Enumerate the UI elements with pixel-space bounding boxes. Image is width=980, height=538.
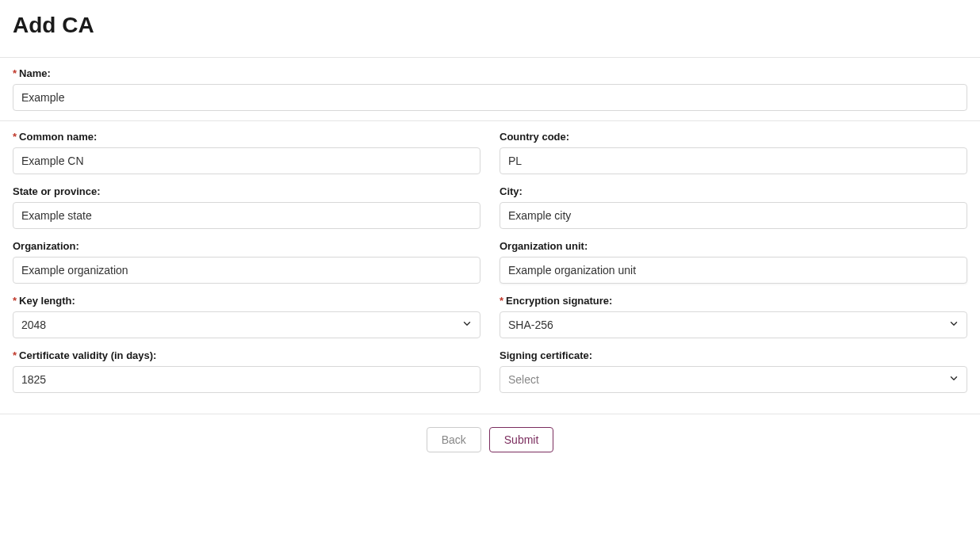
cert-validity-label-text: Certificate validity (in days):: [19, 349, 156, 361]
signing-cert-select[interactable]: Select: [500, 366, 967, 393]
common-name-label: *Common name:: [13, 131, 480, 143]
common-name-input[interactable]: [13, 147, 480, 174]
enc-sig-label: *Encryption signature:: [500, 295, 967, 307]
city-label: City:: [500, 185, 967, 197]
required-star: *: [500, 295, 503, 307]
key-length-label-text: Key length:: [19, 295, 75, 307]
required-star: *: [13, 349, 17, 361]
key-length-label: *Key length:: [13, 295, 480, 307]
back-button[interactable]: Back: [427, 427, 481, 452]
org-unit-input[interactable]: [500, 257, 967, 284]
organization-label-text: Organization:: [13, 240, 79, 252]
page-title: Add CA: [0, 0, 980, 57]
state-input[interactable]: [13, 202, 480, 229]
section-details: *Common name: Country code: State or pro…: [0, 121, 980, 414]
name-input[interactable]: [13, 84, 967, 111]
state-label-text: State or province:: [13, 185, 101, 197]
city-input[interactable]: [500, 202, 967, 229]
city-label-text: City:: [500, 185, 523, 197]
country-code-input[interactable]: [500, 147, 967, 174]
enc-sig-value: SHA-256: [508, 319, 553, 331]
key-length-select[interactable]: 2048: [13, 311, 480, 338]
organization-input[interactable]: [13, 257, 480, 284]
common-name-label-text: Common name:: [19, 131, 97, 143]
cert-validity-label: *Certificate validity (in days):: [13, 349, 480, 361]
country-code-label: Country code:: [500, 131, 967, 143]
required-star: *: [13, 131, 17, 143]
enc-sig-select[interactable]: SHA-256: [500, 311, 967, 338]
section-name: *Name:: [0, 58, 980, 120]
cert-validity-input[interactable]: [13, 366, 480, 393]
enc-sig-label-text: Encryption signature:: [506, 295, 612, 307]
submit-button[interactable]: Submit: [489, 427, 554, 452]
signing-cert-label-text: Signing certificate:: [500, 349, 592, 361]
state-label: State or province:: [13, 185, 480, 197]
org-unit-label: Organization unit:: [500, 240, 967, 252]
country-code-label-text: Country code:: [500, 131, 569, 143]
name-label-text: Name:: [19, 67, 51, 79]
signing-cert-label: Signing certificate:: [500, 349, 967, 361]
org-unit-label-text: Organization unit:: [500, 240, 588, 252]
required-star: *: [13, 67, 17, 79]
signing-cert-value: Select: [508, 373, 539, 386]
name-label: *Name:: [13, 67, 967, 79]
required-star: *: [13, 295, 17, 307]
footer-actions: Back Submit: [0, 414, 980, 465]
organization-label: Organization:: [13, 240, 480, 252]
key-length-value: 2048: [21, 319, 46, 331]
